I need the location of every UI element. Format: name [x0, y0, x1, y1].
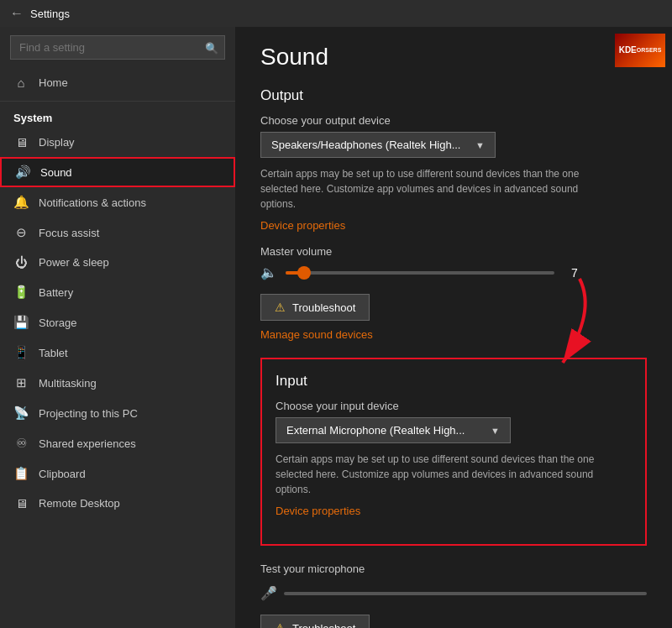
remote-icon: 🖥	[13, 496, 29, 510]
sidebar-item-clipboard[interactable]: 📋 Clipboard	[0, 458, 235, 489]
sidebar-item-display[interactable]: 🖥 Display	[0, 128, 235, 157]
shared-icon: ♾	[13, 436, 29, 451]
sidebar-item-label: Remote Desktop	[39, 497, 120, 510]
back-button[interactable]: ←	[10, 6, 24, 21]
input-device-dropdown[interactable]: External Microphone (Realtek High... ▼	[276, 417, 511, 443]
microphone-icon: 🎤	[260, 585, 277, 601]
system-section-label: System	[0, 105, 235, 128]
sidebar: 🔍 ⌂ Home System 🖥 Display 🔊 Sound 🔔 Noti…	[0, 27, 235, 628]
sidebar-item-focus[interactable]: ⊖ Focus assist	[0, 217, 235, 248]
notifications-icon: 🔔	[13, 195, 29, 210]
sidebar-item-label: Power & sleep	[39, 256, 109, 269]
output-device-dropdown[interactable]: Speakers/Headphones (Realtek High... ▼	[260, 132, 496, 158]
multitasking-icon: ⊞	[13, 375, 29, 390]
sidebar-item-label: Display	[39, 136, 75, 149]
title-bar-title: Settings	[30, 8, 70, 20]
sidebar-item-tablet[interactable]: 📱 Tablet	[0, 338, 235, 368]
manage-sound-link[interactable]: Manage sound devices	[260, 328, 373, 341]
dropdown-arrow-icon: ▼	[475, 140, 485, 150]
input-description: Certain apps may be set up to use differ…	[276, 452, 628, 497]
home-icon: ⌂	[13, 76, 29, 90]
output-device-value: Speakers/Headphones (Realtek High...	[271, 139, 460, 151]
warning-icon: ⚠	[275, 301, 286, 314]
page-title: Sound	[260, 44, 647, 71]
volume-speaker-icon: 🔈	[260, 264, 277, 280]
watermark: KDE ORSERS	[615, 34, 665, 67]
output-troubleshoot-button[interactable]: ⚠ Troubleshoot	[260, 294, 370, 321]
search-box: 🔍	[10, 35, 225, 60]
tablet-icon: 📱	[13, 345, 29, 360]
input-section: Input Choose your input device External …	[260, 358, 647, 546]
mic-troubleshoot-button[interactable]: ⚠ Troubleshoot	[260, 615, 370, 628]
title-bar: ← Settings	[0, 0, 672, 27]
sidebar-item-shared[interactable]: ♾ Shared experiences	[0, 428, 235, 458]
sidebar-item-battery[interactable]: 🔋 Battery	[0, 277, 235, 307]
sidebar-item-label: Sound	[40, 166, 72, 179]
input-device-label: Choose your input device	[276, 400, 632, 412]
content-area: KDE ORSERS Sound Output Choose your outp…	[235, 27, 672, 628]
sidebar-item-label: Tablet	[39, 347, 68, 359]
sidebar-item-power[interactable]: ⏻ Power & sleep	[0, 248, 235, 277]
sidebar-item-home[interactable]: ⌂ Home	[0, 68, 235, 97]
sidebar-item-label: Focus assist	[39, 227, 99, 239]
output-description: Certain apps may be set up to use differ…	[260, 166, 613, 212]
troubleshoot-label: Troubleshoot	[292, 301, 355, 314]
clipboard-icon: 📋	[13, 466, 29, 481]
sidebar-item-remote[interactable]: 🖥 Remote Desktop	[0, 489, 235, 518]
volume-row: 🔈 7	[260, 264, 647, 280]
storage-icon: 💾	[13, 315, 29, 330]
sidebar-item-label: Projecting to this PC	[39, 407, 138, 420]
main-layout: 🔍 ⌂ Home System 🖥 Display 🔊 Sound 🔔 Noti…	[0, 27, 672, 628]
mic-level-bar	[284, 592, 647, 595]
sidebar-item-label: Multitasking	[39, 377, 97, 390]
mic-row: 🎤	[260, 585, 647, 601]
output-section-title: Output	[260, 87, 647, 104]
sound-icon: 🔊	[15, 165, 30, 180]
volume-label: Master volume	[260, 245, 647, 258]
sidebar-item-label: Home	[39, 76, 68, 89]
volume-value: 7	[571, 266, 578, 280]
battery-icon: 🔋	[13, 285, 29, 300]
projecting-icon: 📡	[13, 406, 29, 421]
sidebar-item-notifications[interactable]: 🔔 Notifications & actions	[0, 187, 235, 217]
sidebar-item-label: Clipboard	[39, 468, 86, 480]
output-device-properties-link[interactable]: Device properties	[260, 219, 345, 232]
search-icon: 🔍	[205, 41, 218, 54]
sidebar-item-label: Shared experiences	[39, 437, 136, 450]
volume-section: Master volume 🔈 7	[260, 245, 647, 280]
sidebar-item-multitasking[interactable]: ⊞ Multitasking	[0, 368, 235, 398]
sidebar-item-sound[interactable]: 🔊 Sound	[0, 157, 235, 187]
input-device-properties-link[interactable]: Device properties	[276, 505, 360, 517]
input-section-title: Input	[276, 373, 632, 390]
mic-warning-icon: ⚠	[275, 621, 286, 628]
volume-slider-thumb[interactable]	[297, 266, 311, 280]
display-icon: 🖥	[13, 135, 29, 149]
search-input[interactable]	[10, 35, 225, 60]
input-device-value: External Microphone (Realtek High...	[286, 424, 465, 437]
input-dropdown-arrow-icon: ▼	[491, 426, 500, 436]
sidebar-item-label: Battery	[39, 286, 73, 299]
mic-troubleshoot-label: Troubleshoot	[292, 622, 355, 629]
test-mic-label: Test your microphone	[260, 563, 647, 575]
sidebar-item-label: Notifications & actions	[39, 196, 146, 209]
volume-slider[interactable]	[286, 271, 554, 275]
sidebar-item-label: Storage	[39, 317, 77, 329]
output-device-label: Choose your output device	[260, 114, 647, 127]
focus-icon: ⊖	[13, 225, 29, 240]
sidebar-item-projecting[interactable]: 📡 Projecting to this PC	[0, 398, 235, 428]
sidebar-item-storage[interactable]: 💾 Storage	[0, 307, 235, 338]
power-icon: ⏻	[13, 255, 29, 270]
